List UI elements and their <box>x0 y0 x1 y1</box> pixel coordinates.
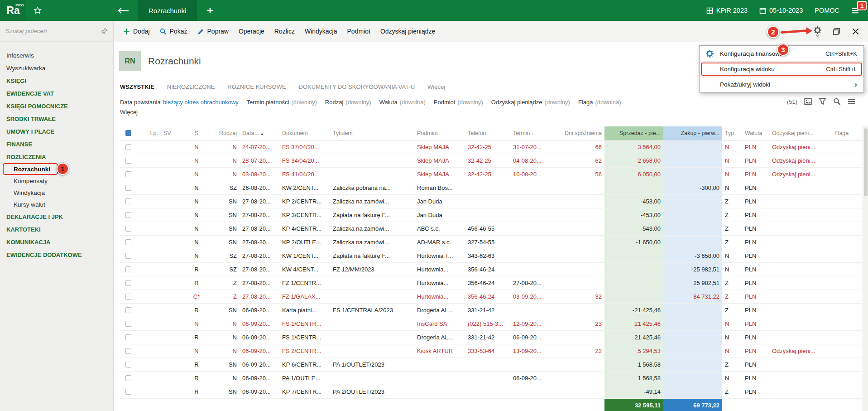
toolbar-button-popraw[interactable]: Popraw <box>192 25 234 38</box>
row-checkbox[interactable] <box>125 212 131 218</box>
sidebar-item-infoserwis[interactable]: Infoserwis <box>0 49 113 62</box>
date-selector[interactable]: 05-10-2023 <box>759 7 803 14</box>
column-header-typ[interactable]: Typ <box>722 126 742 140</box>
filter-funnel-icon[interactable] <box>819 98 826 105</box>
menu-item-pokaz-ukryj-widoki[interactable]: Pokaż/ukryj widoki› <box>700 77 863 92</box>
cell-cb[interactable] <box>119 371 137 385</box>
row-checkbox[interactable] <box>125 144 131 150</box>
sidebar-item-rozrachunki[interactable]: Rozrachunki1 <box>0 163 113 175</box>
table-row[interactable]: NN24-07-20...FS 37/04/20...Sklep MAJA32-… <box>119 140 862 154</box>
column-header-dokument[interactable]: Dokument <box>279 126 330 140</box>
row-checkbox[interactable] <box>125 158 131 164</box>
row-checkbox[interactable] <box>125 226 131 232</box>
column-header-waluta[interactable]: Waluta <box>742 126 769 140</box>
select-all-checkbox[interactable] <box>125 130 131 136</box>
filter-termin-platnosci[interactable]: Termin płatności(dowolny) <box>247 99 317 106</box>
row-checkbox[interactable] <box>125 266 131 272</box>
table-row[interactable]: NSN27-08-20...KP 3/CENTR...Zapłata na fa… <box>119 208 862 222</box>
favorites-star-icon[interactable] <box>30 3 45 18</box>
cell-cb[interactable] <box>119 385 137 398</box>
filter-flaga[interactable]: Flaga(dowolna) <box>578 99 621 106</box>
sidebar-item-srodki-trwale[interactable]: ŚRODKI TRWAŁE <box>0 112 113 125</box>
list-menu-icon[interactable] <box>848 98 855 105</box>
filter-odzyskaj-pieniadze[interactable]: Odzyskaj pieniądze(dowolny) <box>491 99 570 106</box>
row-checkbox[interactable] <box>125 321 131 327</box>
table-row[interactable]: RN06-09-20...PA 1/OUTLE...06-09-20...1 5… <box>119 371 862 385</box>
column-header-cb[interactable] <box>119 126 137 140</box>
row-checkbox[interactable] <box>125 389 131 395</box>
filter-waluta[interactable]: Waluta(dowolna) <box>379 99 426 106</box>
command-search-input[interactable]: Szukaj poleceń <box>0 21 113 42</box>
sidebar-item-kompensaty[interactable]: Kompensaty <box>0 175 113 187</box>
sidebar-item-windykacja[interactable]: Windykacja <box>0 187 113 198</box>
table-row[interactable]: NN03-08-20...FS 41/04/20...Sklep MAJA32-… <box>119 167 862 181</box>
cell-cb[interactable] <box>119 208 137 222</box>
column-header-flaga[interactable]: Flaga <box>832 126 862 140</box>
back-arrow-icon[interactable] <box>113 0 133 21</box>
column-header-sv[interactable]: SV <box>161 126 182 140</box>
cell-cb[interactable] <box>119 181 137 194</box>
sidebar-item-kursy-walut[interactable]: Kursy walut <box>0 198 113 210</box>
toolbar-button-windykacja[interactable]: Windykacja <box>300 25 342 38</box>
sidebar-item-ksiegi-pomocnicze[interactable]: KSIĘGI POMOCNICZE <box>0 100 113 112</box>
row-checkbox[interactable] <box>125 294 131 300</box>
cell-cb[interactable] <box>119 194 137 208</box>
cell-cb[interactable] <box>119 276 137 290</box>
sidebar-item-ewidencje-vat[interactable]: EWIDENCJE VAT <box>0 87 113 100</box>
row-checkbox[interactable] <box>125 171 131 177</box>
module-tab[interactable]: Rozrachunki <box>138 0 197 21</box>
cell-cb[interactable] <box>119 222 137 235</box>
cell-cb[interactable] <box>119 317 137 330</box>
filter-data-powstania[interactable]: Data powstaniabieżący okres obrachunkowy <box>120 99 239 106</box>
row-checkbox[interactable] <box>125 253 131 259</box>
toolbar-button-dodaj[interactable]: Dodaj <box>118 25 155 38</box>
cell-cb[interactable] <box>119 167 137 181</box>
table-row[interactable]: NN06-09-20...FS 2/CENTR...Kiosk ARTUR333… <box>119 344 862 358</box>
column-header-zakup[interactable]: Zakup - pierw... <box>663 126 722 140</box>
notification-badge[interactable]: 1 <box>857 1 867 10</box>
sidebar-item-komunikacja[interactable]: KOMUNIKACJA <box>0 236 113 248</box>
table-row[interactable]: NN06-09-20...FS 1/CENTR...InsCard SA(022… <box>119 317 862 330</box>
sidebar-item-kartoteki[interactable]: KARTOTEKI <box>0 223 113 236</box>
row-checkbox[interactable] <box>125 334 131 340</box>
recover-money-link[interactable]: Odzyskaj pieni... <box>772 171 815 178</box>
column-header-rodzaj[interactable]: Rodzaj <box>211 126 240 140</box>
column-header-termin[interactable]: Termin... <box>510 126 551 140</box>
table-row[interactable]: RSZ27-08-20...KW 4/CENT...FZ 12/MM/2023H… <box>119 262 862 276</box>
menu-item-konfiguracja-widoku[interactable]: Konfiguracja widokuCtrl+Shift+L <box>700 61 863 77</box>
row-checkbox[interactable] <box>125 307 131 313</box>
pin-icon[interactable] <box>101 28 108 34</box>
table-row[interactable]: NSN27-08-20...KP 2/CENTR...Zaliczka na z… <box>119 194 862 208</box>
row-checkbox[interactable] <box>125 375 131 381</box>
table-row[interactable]: RSN06-09-20...KP 7/CENTR...PA 2/OUTLET/2… <box>119 385 862 398</box>
row-checkbox[interactable] <box>125 362 131 367</box>
cell-cb[interactable] <box>119 154 137 167</box>
column-header-tytulem[interactable]: Tytułem <box>330 126 414 140</box>
toolbar-button-operacje[interactable]: Operacje <box>234 25 269 38</box>
row-checkbox[interactable] <box>125 280 131 286</box>
filter-rodzaj[interactable]: Rodzaj(dowolny) <box>325 99 371 106</box>
recover-money-link[interactable]: Odzyskaj pieni... <box>772 157 815 164</box>
restore-window-icon[interactable] <box>828 23 844 40</box>
cell-cb[interactable] <box>119 249 137 262</box>
cell-cb[interactable] <box>119 303 137 317</box>
tab-nierozliczone[interactable]: NIEROZLICZONE <box>167 83 215 90</box>
row-checkbox[interactable] <box>125 239 131 245</box>
table-row[interactable]: NSZ26-08-20...KW 2/CENT...Zaliczka pobra… <box>119 181 862 194</box>
app-logo[interactable]: Ra PRO <box>0 0 26 21</box>
help-button[interactable]: POMOC <box>815 7 839 14</box>
tab-wszystkie[interactable]: WSZYSTKIE <box>120 83 154 90</box>
search-list-icon[interactable] <box>833 98 841 105</box>
recover-money-link[interactable]: Odzyskaj pieni... <box>772 144 815 150</box>
filters-more-link[interactable]: Więcej <box>120 109 138 116</box>
cell-cb[interactable] <box>119 290 137 303</box>
cell-cb[interactable] <box>119 140 137 154</box>
tab-wiecej[interactable]: Więcej <box>427 83 445 90</box>
column-header-podmiot[interactable]: Podmiot <box>414 126 465 140</box>
table-row[interactable]: NN28-07-20...FS 34/04/20...Sklep MAJA32-… <box>119 154 862 167</box>
table-row[interactable]: NSN27-08-20...KP 2/OUTLE...Zaliczka na z… <box>119 235 862 249</box>
column-header-dni[interactable]: Dni spóźnienia <box>551 126 604 140</box>
tab-roznice-kursowe[interactable]: RÓŻNICE KURSOWE <box>227 83 286 90</box>
filter-podmiot[interactable]: Podmiot(dowolny) <box>434 99 483 106</box>
recover-money-link[interactable]: Odzyskaj pieni... <box>772 348 815 354</box>
